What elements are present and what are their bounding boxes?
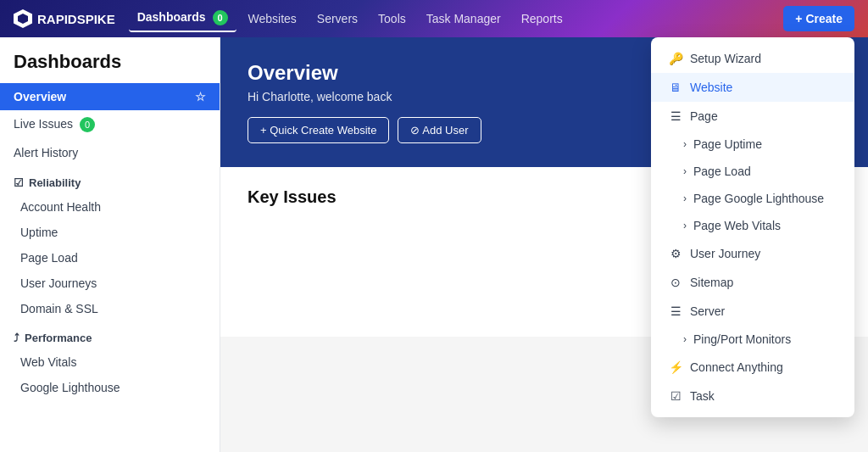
- chevron-icon: ›: [683, 138, 687, 150]
- server-icon: ☰: [668, 304, 683, 318]
- website-icon: 🖥: [668, 81, 683, 94]
- dropdown-setup-wizard[interactable]: 🔑 Setup Wizard: [651, 44, 854, 73]
- quick-create-website-button[interactable]: + Quick Create Website: [248, 117, 389, 143]
- sidebar-item-account-health[interactable]: Account Health: [0, 194, 220, 220]
- task-icon: ☑: [668, 389, 683, 403]
- dropdown-page-google-lighthouse[interactable]: › Page Google Lighthouse: [651, 185, 854, 212]
- sidebar-title: Dashboards: [0, 51, 220, 83]
- logo[interactable]: RAPIDSPIKE: [14, 9, 115, 28]
- setup-wizard-icon: 🔑: [668, 52, 683, 65]
- user-journey-icon: ⚙: [668, 247, 683, 260]
- logo-icon: [14, 9, 32, 28]
- dropdown-sitemap[interactable]: ⊙ Sitemap: [651, 268, 854, 297]
- sidebar-item-domain-ssl[interactable]: Domain & SSL: [0, 296, 220, 321]
- dropdown-page-load[interactable]: › Page Load: [651, 158, 854, 185]
- nav-task-manager[interactable]: Task Manager: [418, 7, 509, 31]
- connect-icon: ⚡: [668, 360, 683, 374]
- sidebar-item-uptime[interactable]: Uptime: [0, 220, 220, 245]
- sidebar-section-reliability: ☑ Reliability: [0, 166, 220, 194]
- dropdown-page-uptime[interactable]: › Page Uptime: [651, 131, 854, 158]
- dropdown-connect-anything[interactable]: ⚡ Connect Anything: [651, 353, 854, 382]
- sidebar: Dashboards Overview ☆ Live Issues 0 Aler…: [0, 37, 220, 452]
- sitemap-icon: ⊙: [668, 276, 683, 289]
- create-dropdown-menu: 🔑 Setup Wizard 🖥 Website ☰ Page › Page U…: [651, 37, 854, 417]
- add-user-button[interactable]: ⊘ Add User: [398, 117, 481, 143]
- performance-icon: ⤴: [14, 332, 19, 344]
- sidebar-item-web-vitals[interactable]: Web Vitals: [0, 349, 220, 375]
- reliability-icon: ☑: [14, 176, 24, 189]
- chevron-icon: ›: [683, 193, 687, 204]
- logo-text: RAPIDSPIKE: [37, 12, 115, 26]
- nav-reports[interactable]: Reports: [513, 7, 571, 31]
- chevron-icon: ›: [683, 220, 687, 232]
- dropdown-server[interactable]: ☰ Server: [651, 297, 854, 326]
- dropdown-ping-port-monitors[interactable]: › Ping/Port Monitors: [651, 326, 854, 353]
- svg-marker-0: [18, 14, 28, 24]
- sidebar-item-google-lighthouse[interactable]: Google Lighthouse: [0, 375, 220, 400]
- dropdown-page[interactable]: ☰ Page: [651, 102, 854, 131]
- dropdown-user-journey[interactable]: ⚙ User Journey: [651, 239, 854, 268]
- sidebar-item-page-load[interactable]: Page Load: [0, 245, 220, 271]
- live-issues-badge: 0: [80, 117, 95, 132]
- dropdown-website[interactable]: 🖥 Website: [651, 73, 854, 102]
- sidebar-item-overview[interactable]: Overview ☆: [0, 83, 220, 110]
- page-icon: ☰: [668, 109, 683, 123]
- dropdown-page-web-vitals[interactable]: › Page Web Vitals: [651, 212, 854, 239]
- dropdown-task[interactable]: ☑ Task: [651, 382, 854, 410]
- nav-tools[interactable]: Tools: [370, 7, 415, 31]
- create-button[interactable]: + Create: [783, 6, 854, 31]
- sidebar-item-user-journeys[interactable]: User Journeys: [0, 271, 220, 296]
- top-navigation: RAPIDSPIKE Dashboards 0 Websites Servers…: [0, 0, 868, 37]
- dashboards-badge: 0: [213, 10, 228, 25]
- nav-websites[interactable]: Websites: [240, 7, 305, 31]
- nav-dashboards[interactable]: Dashboards 0: [129, 5, 236, 32]
- star-icon: ☆: [195, 90, 206, 103]
- nav-servers[interactable]: Servers: [309, 7, 366, 31]
- chevron-icon: ›: [683, 333, 687, 345]
- sidebar-item-alert-history[interactable]: Alert History: [0, 139, 220, 166]
- chevron-icon: ›: [683, 165, 687, 177]
- sidebar-section-performance: ⤴ Performance: [0, 321, 220, 349]
- sidebar-item-live-issues[interactable]: Live Issues 0: [0, 110, 220, 139]
